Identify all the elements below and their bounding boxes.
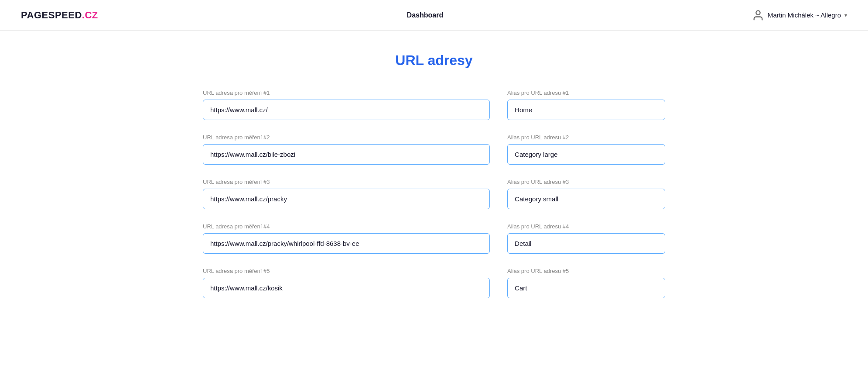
alias-label-5: Alias pro URL adresu #5 [507, 268, 665, 274]
alias-group-5: Alias pro URL adresu #5 [507, 268, 665, 298]
form-row-2: URL adresa pro měření #2 Alias pro URL a… [203, 134, 665, 165]
url-input-3[interactable] [203, 189, 490, 209]
alias-label-3: Alias pro URL adresu #3 [507, 179, 665, 185]
form-row-3: URL adresa pro měření #3 Alias pro URL a… [203, 179, 665, 209]
url-input-4[interactable] [203, 233, 490, 254]
url-group-3: URL adresa pro měření #3 [203, 179, 490, 209]
logo: PAGESPEED.CZ [21, 10, 98, 21]
alias-group-2: Alias pro URL adresu #2 [507, 134, 665, 165]
url-group-4: URL adresa pro měření #4 [203, 223, 490, 254]
url-label-4: URL adresa pro měření #4 [203, 223, 490, 230]
logo-pagespeed: PAGESPEED [21, 10, 82, 21]
url-label-2: URL adresa pro měření #2 [203, 134, 490, 141]
url-label-1: URL adresa pro měření #1 [203, 90, 490, 96]
page-title: URL adresy [203, 52, 665, 69]
alias-input-2[interactable] [507, 144, 665, 165]
nav-label: Dashboard [407, 11, 444, 19]
form-row-4: URL adresa pro měření #4 Alias pro URL a… [203, 223, 665, 254]
main-content: URL adresy URL adresa pro měření #1 Alia… [194, 31, 674, 334]
alias-label-1: Alias pro URL adresu #1 [507, 90, 665, 96]
alias-group-1: Alias pro URL adresu #1 [507, 90, 665, 120]
user-menu[interactable]: Martin Michálek ~ Allegro ▾ [752, 9, 847, 21]
alias-group-4: Alias pro URL adresu #4 [507, 223, 665, 254]
alias-input-3[interactable] [507, 189, 665, 209]
alias-label-4: Alias pro URL adresu #4 [507, 223, 665, 230]
alias-label-2: Alias pro URL adresu #2 [507, 134, 665, 141]
user-icon [752, 9, 764, 21]
form-row-5: URL adresa pro měření #5 Alias pro URL a… [203, 268, 665, 298]
url-label-5: URL adresa pro měření #5 [203, 268, 490, 274]
url-label-3: URL adresa pro měření #3 [203, 179, 490, 185]
alias-input-1[interactable] [507, 100, 665, 120]
url-input-5[interactable] [203, 278, 490, 298]
url-group-2: URL adresa pro měření #2 [203, 134, 490, 165]
svg-point-0 [756, 10, 760, 14]
url-group-1: URL adresa pro měření #1 [203, 90, 490, 120]
url-group-5: URL adresa pro měření #5 [203, 268, 490, 298]
user-label: Martin Michálek ~ Allegro [768, 11, 841, 19]
header: PAGESPEED.CZ Dashboard Martin Michálek ~… [0, 0, 868, 31]
alias-group-3: Alias pro URL adresu #3 [507, 179, 665, 209]
alias-input-5[interactable] [507, 278, 665, 298]
form-rows-container: URL adresa pro měření #1 Alias pro URL a… [203, 90, 665, 298]
alias-input-4[interactable] [507, 233, 665, 254]
chevron-down-icon: ▾ [844, 12, 847, 18]
form-row-1: URL adresa pro měření #1 Alias pro URL a… [203, 90, 665, 120]
logo-dotcz: .CZ [82, 10, 98, 21]
url-input-2[interactable] [203, 144, 490, 165]
url-input-1[interactable] [203, 100, 490, 120]
nav-dashboard[interactable]: Dashboard [407, 11, 444, 19]
